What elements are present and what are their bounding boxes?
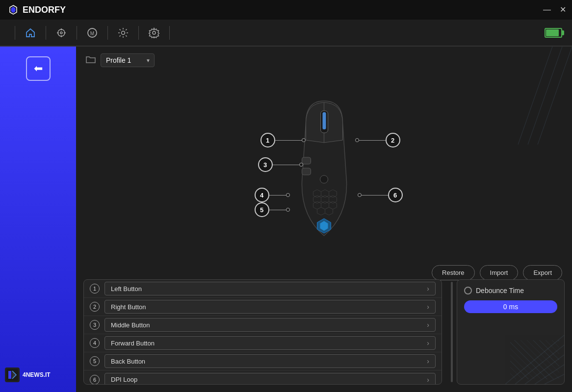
- nav-separator-1: [15, 26, 15, 40]
- minimize-button[interactable]: —: [543, 6, 551, 14]
- content-area: Profile 1 Profile 2 Profile 3: [76, 47, 572, 392]
- profile-select[interactable]: Profile 1 Profile 2 Profile 3: [101, 53, 155, 67]
- svg-point-8: [122, 31, 125, 34]
- button-number-6: 6: [90, 375, 100, 385]
- label-6: 6: [358, 188, 403, 202]
- svg-rect-23: [322, 112, 326, 129]
- label-1: 1: [260, 133, 306, 147]
- button-item-5[interactable]: 5 Back Button ›: [84, 352, 442, 370]
- svg-rect-25: [302, 168, 311, 175]
- chevron-icon-2: ›: [427, 303, 429, 311]
- nav-separator-5: [138, 26, 139, 40]
- right-panel-deco: [505, 335, 564, 384]
- battery-indicator: [545, 28, 562, 38]
- export-button[interactable]: Export: [523, 265, 562, 280]
- sidebar-brand: 4NEWS.IT: [5, 368, 51, 382]
- nav-home-icon[interactable]: [20, 23, 41, 43]
- svg-rect-24: [302, 157, 311, 164]
- svg-line-27: [505, 335, 564, 384]
- button-label-1[interactable]: Left Button ›: [104, 282, 436, 295]
- svg-text:M: M: [90, 31, 94, 36]
- profile-folder-icon: [86, 55, 96, 66]
- button-label-4[interactable]: Forward Button ›: [104, 336, 436, 350]
- label-5: 5: [255, 202, 290, 217]
- profile-bar: Profile 1 Profile 2 Profile 3: [76, 47, 572, 74]
- nav-separator-6: [169, 26, 170, 40]
- svg-point-26: [320, 175, 328, 183]
- profile-select-wrapper[interactable]: Profile 1 Profile 2 Profile 3: [101, 53, 155, 67]
- window-controls: — ✕: [543, 6, 566, 14]
- button-item-4[interactable]: 4 Forward Button ›: [84, 334, 442, 352]
- svg-point-17: [153, 31, 156, 34]
- back-button[interactable]: ⬅: [26, 56, 51, 81]
- nav-crosshair-icon[interactable]: [51, 23, 72, 43]
- svg-point-0: [58, 29, 65, 36]
- nav-separator-2: [46, 26, 46, 40]
- svg-line-15: [126, 29, 127, 30]
- svg-line-30: [535, 365, 564, 384]
- bottom-panel: 1 Left Button › 2 Right Button › 3: [76, 279, 572, 392]
- svg-line-16: [120, 35, 121, 36]
- button-number-5: 5: [90, 356, 100, 366]
- debounce-value[interactable]: 0 ms: [464, 300, 557, 313]
- chevron-icon-1: ›: [427, 285, 429, 293]
- svg-line-31: [545, 374, 564, 384]
- chevron-icon-6: ›: [427, 376, 429, 384]
- mouse-buttons-list: 1 Left Button › 2 Right Button › 3: [83, 279, 442, 385]
- label-4: 4: [255, 188, 290, 202]
- app-logo: ENDORFY: [8, 4, 66, 15]
- chevron-icon-5: ›: [427, 357, 429, 365]
- button-number-4: 4: [90, 338, 100, 348]
- button-label-2[interactable]: Right Button ›: [104, 300, 436, 314]
- button-label-6[interactable]: DPI Loop ›: [104, 373, 436, 385]
- chevron-icon-4: ›: [427, 339, 429, 347]
- main-layout: ⬅ 4NEWS.IT: [0, 47, 572, 392]
- button-item-2[interactable]: 2 Right Button ›: [84, 298, 442, 316]
- sidebar: ⬅ 4NEWS.IT: [0, 47, 76, 392]
- battery-tip: [562, 30, 564, 35]
- button-item-3[interactable]: 3 Middle Button ›: [84, 316, 442, 334]
- svg-line-29: [525, 355, 564, 384]
- titlebar: ENDORFY — ✕: [0, 0, 572, 20]
- svg-line-13: [120, 29, 121, 30]
- debounce-row: Debounce Time: [464, 287, 557, 294]
- battery-fill: [546, 29, 559, 36]
- nav-mode-icon[interactable]: M: [82, 23, 103, 43]
- button-number-1: 1: [90, 284, 100, 294]
- button-number-2: 2: [90, 302, 100, 312]
- button-number-3: 3: [90, 320, 100, 330]
- restore-button[interactable]: Restore: [432, 265, 475, 280]
- right-settings-panel: Debounce Time 0 ms: [457, 279, 565, 385]
- svg-point-1: [60, 32, 62, 34]
- svg-line-28: [515, 345, 564, 384]
- nav-separator-4: [107, 26, 108, 40]
- nav-lighting-icon[interactable]: [113, 23, 133, 43]
- button-item-1[interactable]: 1 Left Button ›: [84, 280, 442, 298]
- chevron-icon-3: ›: [427, 321, 429, 329]
- nav-separator-3: [77, 26, 77, 40]
- label-3: 3: [258, 157, 303, 172]
- news-logo-icon: [5, 368, 20, 382]
- button-item-6[interactable]: 6 DPI Loop ›: [84, 370, 442, 385]
- nav-settings-icon[interactable]: [144, 23, 164, 43]
- scroll-divider: [451, 282, 453, 382]
- svg-line-14: [126, 35, 127, 36]
- button-label-5[interactable]: Back Button ›: [104, 354, 436, 368]
- import-button[interactable]: Import: [480, 265, 519, 280]
- close-button[interactable]: ✕: [560, 6, 566, 14]
- mouse-diagram-area: 1 2 3 4: [76, 74, 572, 265]
- navbar: M: [0, 20, 572, 47]
- label-2: 2: [355, 133, 400, 147]
- button-label-3[interactable]: Middle Button ›: [104, 318, 436, 332]
- debounce-radio[interactable]: [464, 287, 472, 294]
